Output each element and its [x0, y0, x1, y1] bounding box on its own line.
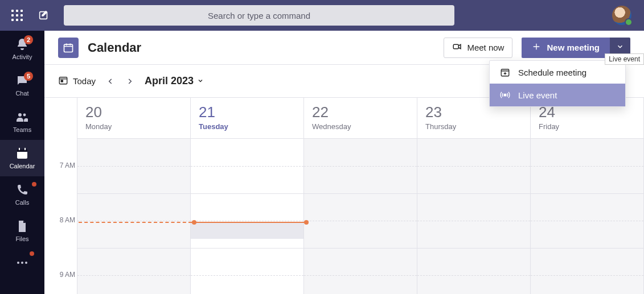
time-label: 8 AM	[44, 216, 75, 224]
avatar[interactable]	[612, 6, 631, 25]
chevron-down-icon	[616, 43, 624, 53]
main-content: Calendar Meet now New meeting	[44, 31, 644, 294]
broadcast-icon	[500, 90, 510, 100]
rail-label: Calendar	[10, 163, 35, 169]
calendar-today-icon	[58, 75, 68, 87]
day-number: 20	[85, 103, 182, 121]
rail-item-more[interactable]	[0, 249, 44, 276]
rail-label: Files	[15, 235, 28, 242]
plus-icon	[532, 42, 541, 53]
badge-count: 5	[24, 72, 33, 81]
day-header: 22 Wednesday	[304, 98, 417, 139]
teams-icon	[15, 110, 29, 124]
page-header: Calendar Meet now New meeting	[44, 31, 644, 65]
day-header: 20 Monday	[77, 98, 190, 139]
menu-item-label: Schedule meeting	[518, 68, 586, 77]
day-column-friday[interactable]: 24 Friday	[531, 98, 644, 294]
chevron-down-icon	[197, 75, 204, 87]
today-button[interactable]: Today	[58, 75, 96, 87]
phone-icon	[15, 183, 29, 197]
app-launcher-icon[interactable]	[10, 9, 24, 22]
svg-rect-13	[61, 80, 63, 82]
svg-point-15	[504, 94, 506, 96]
presence-available-icon	[625, 18, 633, 26]
calendar-grid[interactable]: 7 AM 8 AM 9 AM 20 Monday	[44, 98, 644, 294]
badge-dot	[30, 251, 34, 256]
badge-dot	[32, 182, 36, 187]
meet-now-label: Meet now	[467, 43, 504, 52]
day-number: 21	[199, 103, 296, 121]
rail-item-files[interactable]: Files	[0, 213, 44, 249]
calendar-icon	[15, 147, 29, 160]
day-column-monday[interactable]: 20 Monday	[77, 98, 191, 294]
day-number: 22	[312, 103, 409, 121]
day-body[interactable]	[531, 139, 643, 294]
calendar-app-icon	[58, 38, 79, 58]
rail-item-teams[interactable]: Teams	[0, 103, 44, 140]
top-bar: Search or type a command	[0, 0, 644, 31]
day-header: 21 Tuesday	[191, 98, 303, 139]
time-gutter: 7 AM 8 AM 9 AM	[44, 98, 77, 294]
svg-rect-6	[24, 148, 26, 150]
badge-count: 2	[24, 35, 33, 44]
new-meeting-menu: Schedule meeting Live event	[489, 60, 626, 107]
day-body[interactable]	[77, 139, 190, 294]
page-title: Calendar	[88, 40, 434, 55]
svg-point-2	[23, 114, 26, 117]
svg-rect-4	[17, 150, 27, 152]
svg-rect-5	[19, 148, 20, 150]
svg-rect-11	[454, 44, 459, 49]
next-button[interactable]	[125, 77, 134, 86]
svg-rect-12	[59, 77, 67, 84]
svg-point-1	[18, 113, 22, 117]
time-label: 7 AM	[44, 162, 75, 169]
rail-item-calendar[interactable]: Calendar	[0, 140, 44, 176]
rail-item-chat[interactable]: Chat 5	[0, 67, 44, 103]
month-label: April 2023	[145, 75, 194, 87]
day-name: Friday	[539, 122, 635, 131]
rail-label: Calls	[15, 199, 29, 206]
rail-label: Activity	[13, 53, 32, 60]
new-meeting-label: New meeting	[547, 43, 600, 52]
meet-now-button[interactable]: Meet now	[444, 38, 512, 58]
rail-label: Chat	[15, 90, 28, 97]
day-column-wednesday[interactable]: 22 Wednesday	[304, 98, 417, 294]
selected-slot[interactable]	[191, 222, 303, 239]
day-name: Tuesday	[199, 122, 296, 131]
menu-item-live-event[interactable]: Live event	[490, 84, 625, 106]
today-label: Today	[73, 76, 96, 86]
compose-icon[interactable]	[38, 9, 50, 22]
more-icon	[15, 256, 29, 270]
time-label: 9 AM	[44, 271, 75, 279]
rail-label: Teams	[13, 126, 31, 133]
day-column-tuesday[interactable]: 21 Tuesday	[191, 98, 304, 294]
day-columns: 20 Monday 21 Tuesday	[77, 98, 644, 294]
video-icon	[452, 42, 462, 53]
tooltip: Live event	[605, 53, 644, 65]
svg-point-9	[25, 262, 27, 264]
prev-button[interactable]	[106, 77, 115, 86]
rail-item-calls[interactable]: Calls	[0, 176, 44, 213]
svg-point-7	[17, 262, 19, 264]
search-input[interactable]: Search or type a command	[64, 5, 454, 26]
app-rail: Activity 2 Chat 5 Teams Calendar	[0, 31, 44, 294]
day-name: Monday	[85, 122, 182, 131]
file-icon	[15, 220, 29, 233]
day-name: Wednesday	[312, 122, 409, 131]
svg-point-8	[21, 262, 23, 264]
day-body[interactable]	[417, 139, 530, 294]
day-body[interactable]	[191, 139, 303, 294]
rail-item-activity[interactable]: Activity 2	[0, 31, 44, 67]
day-column-thursday[interactable]: 23 Thursday	[417, 98, 531, 294]
new-meeting-button[interactable]: New meeting	[522, 38, 610, 58]
month-picker[interactable]: April 2023	[145, 75, 204, 87]
menu-item-label: Live event	[518, 90, 557, 100]
svg-rect-10	[64, 44, 73, 52]
day-name: Thursday	[425, 122, 522, 131]
day-body[interactable]	[304, 139, 417, 294]
calendar-plus-icon	[500, 67, 510, 77]
